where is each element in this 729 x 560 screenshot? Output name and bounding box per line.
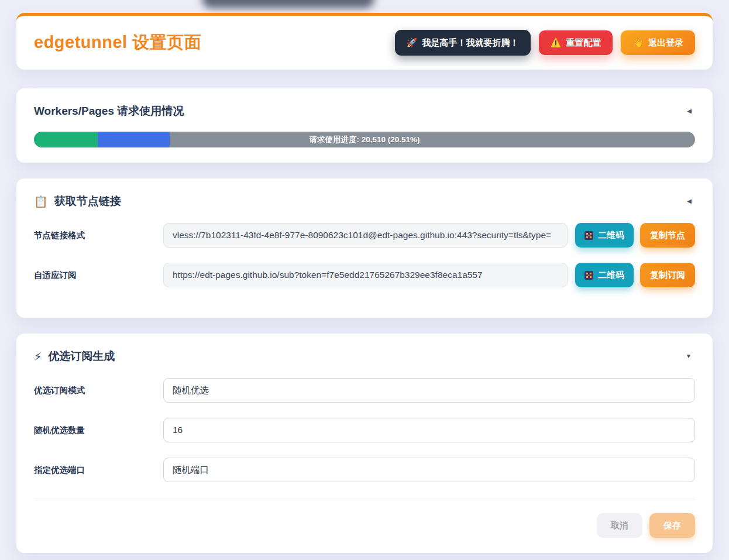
copy-subscription-label: 复制订阅 [650,270,685,281]
subscription-link-label: 自适应订阅 [34,270,163,281]
subscription-card-title: ⚡ 优选订阅生成 [34,349,115,364]
collapse-left-icon[interactable]: ◀ [683,106,695,116]
lightning-icon: ⚡ [34,350,42,363]
reset-config-button[interactable]: ⚠️ 重置配置 [539,30,613,55]
cancel-button[interactable]: 取消 [597,513,642,538]
subscription-qr-label: 二维码 [598,270,624,281]
page-title: edgetunnel 设置页面 [34,31,201,54]
preferred-port-row: 指定优选端口 [34,458,695,482]
subscription-card-head: ⚡ 优选订阅生成 ▼ [34,349,695,364]
logout-button[interactable]: 👋 退出登录 [621,30,695,55]
copy-node-label: 复制节点 [650,230,685,241]
warning-icon: ⚠️ [551,37,562,48]
subscription-qr-button[interactable]: 二维码 [575,263,634,287]
preferred-port-input[interactable] [163,458,695,482]
node-link-row: 节点链接格式 二维码 复制节点 [34,223,695,248]
preferred-mode-row: 优选订阅模式 [34,378,695,403]
usage-card: Workers/Pages 请求使用情况 ◀ 请求使用进度: 20,510 (2… [16,88,713,163]
copy-subscription-button[interactable]: 复制订阅 [640,263,695,287]
subscription-card-footer: 取消 保存 [34,500,695,538]
logout-label: 退出登录 [648,37,683,49]
usage-card-title: Workers/Pages 请求使用情况 [34,104,184,119]
links-title-text: 获取节点链接 [54,194,121,209]
usage-card-head: Workers/Pages 请求使用情况 ◀ [34,104,695,119]
rocket-icon: 🚀 [407,37,418,48]
copy-node-button[interactable]: 复制节点 [640,223,695,248]
links-rows: 节点链接格式 二维码 复制节点 自适应订阅 [34,223,695,287]
preferred-mode-select[interactable] [163,378,695,403]
node-qr-button[interactable]: 二维码 [575,223,634,248]
usage-progress: 请求使用进度: 20,510 (20.51%) [34,132,695,147]
node-link-input[interactable] [163,223,568,248]
progress-label: 请求使用进度: 20,510 (20.51%) [34,132,695,147]
subscription-link-row: 自适应订阅 二维码 复制订阅 [34,263,695,287]
expert-mode-label: 我是高手！我就要折腾！ [422,37,519,49]
node-links-card: 📋 获取节点链接 ◀ 节点链接格式 二维码 复制节点 自适 [16,178,713,318]
preferred-subscription-card: ⚡ 优选订阅生成 ▼ 优选订阅模式 随机优选数量 指定优选端口 取消 保存 [16,334,713,553]
preferred-mode-label: 优选订阅模式 [34,385,163,396]
preferred-port-label: 指定优选端口 [34,465,163,476]
header-actions: 🚀 我是高手！我就要折腾！ ⚠️ 重置配置 👋 退出登录 [395,30,695,56]
progress-track: 请求使用进度: 20,510 (20.51%) [34,132,695,147]
collapse-down-icon[interactable]: ▼ [682,351,695,362]
node-link-label: 节点链接格式 [34,230,163,241]
random-count-row: 随机优选数量 [34,418,695,442]
random-count-label: 随机优选数量 [34,425,163,436]
qr-code-icon [584,231,593,240]
header-card: edgetunnel 设置页面 🚀 我是高手！我就要折腾！ ⚠️ 重置配置 👋 … [16,13,713,70]
qr-code-icon [584,271,593,280]
wave-hand-icon: 👋 [632,37,644,48]
save-button[interactable]: 保存 [649,513,695,538]
subscription-title-text: 优选订阅生成 [48,349,115,364]
clipboard-icon: 📋 [34,195,48,208]
node-qr-label: 二维码 [598,230,624,241]
reset-config-label: 重置配置 [566,37,601,49]
subscription-rows: 优选订阅模式 随机优选数量 指定优选端口 [34,378,695,482]
expert-mode-button[interactable]: 🚀 我是高手！我就要折腾！ [395,30,531,56]
random-count-input[interactable] [163,418,695,442]
links-card-head: 📋 获取节点链接 ◀ [34,194,695,209]
links-card-title: 📋 获取节点链接 [34,194,121,209]
subscription-link-input[interactable] [163,263,568,287]
settings-page: edgetunnel 设置页面 🚀 我是高手！我就要折腾！ ⚠️ 重置配置 👋 … [0,0,729,553]
collapse-left-icon[interactable]: ◀ [683,196,695,207]
